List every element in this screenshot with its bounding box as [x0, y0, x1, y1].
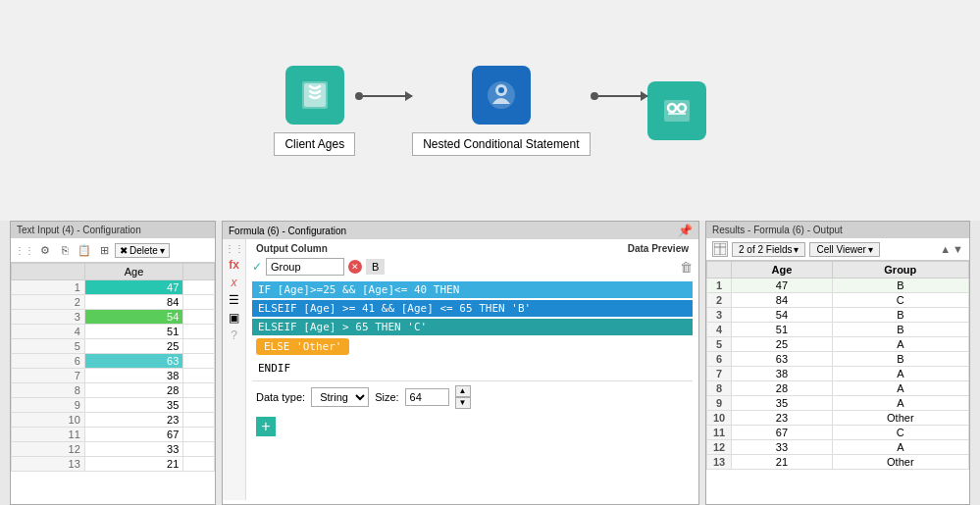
connector-1 [355, 92, 412, 100]
nav-down-btn[interactable]: ▼ [953, 243, 963, 255]
left-panel: Text Input (4) - Configuration ⋮⋮ ⚙ ⎘ 📋 … [10, 221, 216, 505]
table-icon [712, 241, 728, 257]
settings-icon[interactable]: ⚙ [36, 241, 54, 259]
formula-sidebar: ⋮⋮ fx x ☰ ▣ ? [223, 239, 246, 500]
data-preview-header: Data Preview [628, 243, 689, 254]
nested-conditional-label: Nested Conditional Statement [412, 132, 590, 156]
nav-up-btn[interactable]: ▲ [940, 243, 951, 255]
age-col-header: Age [732, 262, 832, 278]
delete-button[interactable]: ✖ Delete ▾ [115, 243, 170, 258]
table-row: 451 [12, 325, 215, 339]
extra-col-header [183, 264, 215, 280]
formula-grip: ⋮⋮ [225, 243, 244, 254]
else-wrapper: ELSE 'Other' [256, 338, 693, 357]
table-row: 1233A [707, 440, 969, 455]
size-input[interactable] [405, 388, 449, 406]
left-panel-toolbar: ⋮⋮ ⚙ ⎘ 📋 ⊞ ✖ Delete ▾ [11, 238, 215, 263]
add-row-icon[interactable]: ⊞ [95, 241, 113, 259]
row-num-header [12, 264, 85, 280]
code-line-endif: ENDIF [252, 360, 693, 377]
results-toolbar: 2 of 2 Fields ▾ Cell Viewer ▾ ▲ ▼ [706, 238, 969, 261]
workflow-container: Client Ages Nested Conditional Statement [274, 66, 705, 156]
formula-stack-icon[interactable]: ☰ [229, 293, 239, 307]
preview-value: B [366, 259, 385, 275]
svg-rect-1 [304, 83, 326, 107]
table-row: 738A [707, 367, 969, 381]
table-row: 354 [12, 310, 215, 325]
nested-conditional-icon [472, 66, 531, 125]
delete-icon: ✖ [120, 245, 128, 256]
table-row: 1167C [707, 426, 969, 440]
elseif1-line-text: ELSEIF [Age] >= 41 && [Age] <= 65 THEN '… [258, 302, 531, 315]
size-down-btn[interactable]: ▼ [455, 397, 471, 409]
column-name-input[interactable] [266, 258, 344, 276]
table-row: 451B [707, 323, 969, 337]
elseif2-line-text: ELSEIF [Age] > 65 THEN 'C' [258, 321, 427, 333]
formula-question-icon[interactable]: ? [231, 328, 237, 342]
copy-icon[interactable]: ⎘ [56, 241, 74, 259]
table-row: 1233 [12, 442, 215, 457]
panels-area: Text Input (4) - Configuration ⋮⋮ ⚙ ⎘ 📋 … [0, 221, 980, 505]
table-row: 1167 [12, 428, 215, 442]
column-headers: Output Column Data Preview [252, 243, 693, 254]
size-up-btn[interactable]: ▲ [455, 385, 471, 397]
table-row: 354B [707, 308, 969, 323]
client-ages-icon [285, 66, 344, 125]
results-table: Age Group 147B284C354B451B525A663B738A82… [706, 261, 969, 470]
table-row: 1023Other [707, 411, 969, 426]
middle-panel: Formula (6) - Configuration 📌 ⋮⋮ fx x ☰ … [222, 221, 699, 505]
left-panel-title: Text Input (4) - Configuration [11, 222, 215, 238]
client-ages-label: Client Ages [274, 132, 355, 156]
datatype-label: Data type: [256, 391, 305, 403]
paste-icon[interactable]: 📋 [76, 241, 93, 259]
svg-point-4 [498, 87, 504, 93]
code-line-elseif1: ELSEIF [Age] >= 41 && [Age] <= 65 THEN '… [252, 300, 693, 317]
datatype-select[interactable]: String [311, 387, 369, 407]
age-column-header: Age [84, 264, 183, 280]
code-line-if: IF [Age]>=25 && [Age]<= 40 THEN [252, 281, 693, 298]
connector-2 [591, 92, 647, 100]
middle-panel-body: ⋮⋮ fx x ☰ ▣ ? Output Column Data Preview… [223, 239, 698, 500]
browse-icon [647, 81, 706, 140]
fields-label: 2 of 2 Fields [739, 244, 792, 255]
right-panel-title: Results - Formula (6) - Output [706, 222, 969, 238]
right-panel: Results - Formula (6) - Output 2 of 2 Fi… [705, 221, 970, 505]
table-row: 828 [12, 383, 215, 398]
if-line-text: IF [Age]>=25 && [Age]<= 40 THEN [258, 283, 459, 296]
clear-icon[interactable]: ✕ [348, 260, 362, 274]
formula-func-icon[interactable]: fx [229, 258, 239, 272]
pin-icon[interactable]: 📌 [678, 224, 693, 237]
table-row: 1321Other [707, 455, 969, 470]
size-label: Size: [375, 391, 398, 403]
table-row: 935 [12, 398, 215, 413]
group-col-header: Group [832, 262, 968, 278]
fields-badge[interactable]: 2 of 2 Fields ▾ [732, 242, 805, 257]
nav-buttons: ▲ ▼ [940, 243, 963, 255]
grip-dots: ⋮⋮ [15, 245, 34, 256]
add-formula-btn[interactable]: + [256, 417, 276, 436]
size-spinner[interactable]: ▲ ▼ [455, 385, 471, 409]
output-col-header: Output Column [256, 243, 328, 254]
column-name-row: ✓ ✕ B 🗑 [252, 258, 693, 276]
cell-viewer-label: Cell Viewer [816, 244, 865, 255]
table-row: 284 [12, 295, 215, 310]
table-row: 147B [707, 278, 969, 293]
col-delete-icon[interactable]: 🗑 [680, 260, 693, 275]
cell-viewer-btn[interactable]: Cell Viewer ▾ [809, 242, 879, 257]
node-browse[interactable] [647, 81, 706, 140]
formula-field-icon[interactable]: ▣ [229, 311, 239, 325]
delete-dropdown-icon: ▾ [160, 245, 165, 256]
workflow-area: Client Ages Nested Conditional Statement [0, 0, 980, 221]
datatype-row: Data type: String Size: ▲ ▼ [252, 380, 693, 413]
node-client-ages[interactable]: Client Ages [274, 66, 355, 156]
formula-x-icon[interactable]: x [232, 276, 237, 289]
table-row: 828A [707, 381, 969, 396]
table-row: 738 [12, 369, 215, 383]
node-nested-conditional[interactable]: Nested Conditional Statement [412, 66, 590, 156]
table-row: 1321 [12, 457, 215, 472]
table-row: 284C [707, 293, 969, 308]
cell-viewer-dropdown-icon: ▾ [868, 244, 873, 255]
table-row: 663 [12, 354, 215, 369]
table-row: 525 [12, 339, 215, 354]
middle-panel-title: Formula (6) - Configuration [229, 226, 346, 236]
